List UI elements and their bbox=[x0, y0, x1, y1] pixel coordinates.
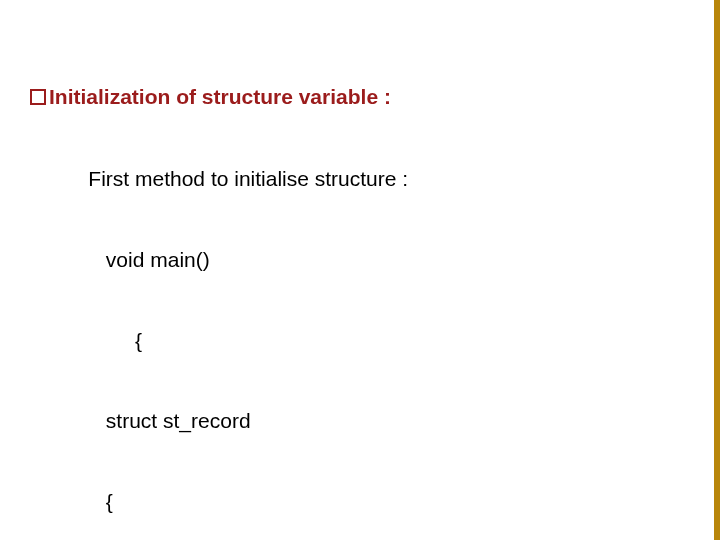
square-bullet-icon bbox=[30, 89, 46, 105]
code-line: { bbox=[30, 328, 433, 355]
code-line: { bbox=[30, 489, 433, 516]
code-line: First method to initialise structure : bbox=[30, 166, 433, 193]
slide-content: Initialization of structure variable : F… bbox=[30, 30, 433, 540]
slide: Initialization of structure variable : F… bbox=[0, 0, 720, 540]
slide-title: Initialization of structure variable : bbox=[49, 84, 391, 111]
title-line: Initialization of structure variable : bbox=[30, 84, 433, 111]
code-line: void main() bbox=[30, 247, 433, 274]
accent-bar bbox=[714, 0, 720, 540]
code-line: struct st_record bbox=[30, 408, 433, 435]
